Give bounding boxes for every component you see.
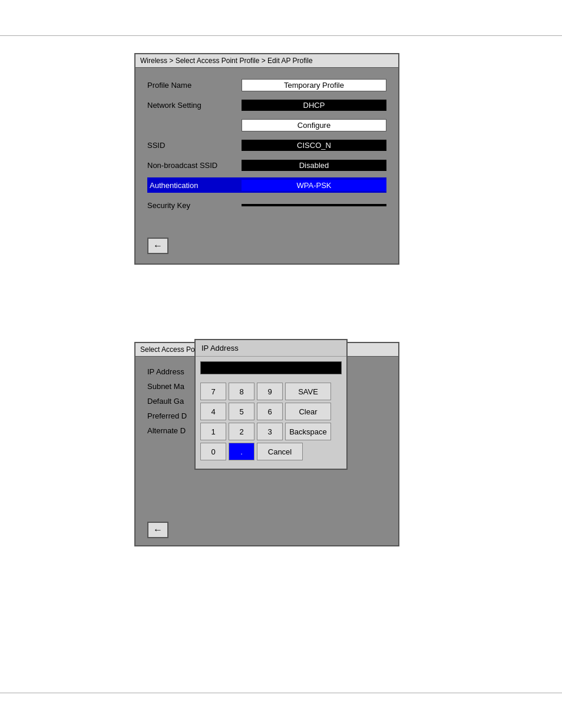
security-key-row: Security Key xyxy=(147,197,386,213)
key-0[interactable]: 0 xyxy=(200,443,226,460)
key-3[interactable]: 3 xyxy=(257,423,283,440)
profile-name-value[interactable]: Temporary Profile xyxy=(242,79,386,91)
clear-key[interactable]: Clear xyxy=(285,403,331,420)
authentication-value[interactable]: WPA-PSK xyxy=(242,180,386,191)
security-key-value[interactable] xyxy=(242,204,386,206)
key-dot[interactable]: . xyxy=(229,443,254,460)
key-4[interactable]: 4 xyxy=(200,403,226,420)
key-7[interactable]: 7 xyxy=(200,383,226,400)
keypad-row-3: 1 2 3 Backspace xyxy=(200,423,342,440)
configure-button[interactable]: Configure xyxy=(242,119,386,131)
ssid-label: SSID xyxy=(147,141,242,150)
key-8[interactable]: 8 xyxy=(229,383,254,400)
edit-ap-profile-panel: Wireless > Select Access Point Profile >… xyxy=(134,53,399,265)
profile-name-row: Profile Name Temporary Profile xyxy=(147,77,386,93)
profile-name-label: Profile Name xyxy=(147,81,242,90)
non-broadcast-ssid-label: Non-broadcast SSID xyxy=(147,161,242,170)
ssid-value[interactable]: CISCO_N xyxy=(242,140,386,151)
cancel-key[interactable]: Cancel xyxy=(257,443,303,460)
modal-ip-input[interactable] xyxy=(200,361,342,374)
panel-top-header: Wireless > Select Access Point Profile >… xyxy=(135,54,398,68)
modal-title: IP Address xyxy=(196,340,346,357)
configure-static-panel: Select Access Point Profile > Edit AP Pr… xyxy=(134,342,399,546)
save-key[interactable]: SAVE xyxy=(285,383,331,400)
key-2[interactable]: 2 xyxy=(229,423,254,440)
authentication-label: Authentication xyxy=(147,180,242,191)
key-9[interactable]: 9 xyxy=(257,383,283,400)
key-1[interactable]: 1 xyxy=(200,423,226,440)
keypad-row-2: 4 5 6 Clear xyxy=(200,403,342,420)
backspace-key[interactable]: Backspace xyxy=(285,423,331,440)
key-6[interactable]: 6 xyxy=(257,403,283,420)
keypad-row-1: 7 8 9 SAVE xyxy=(200,383,342,400)
authentication-row[interactable]: Authentication WPA-PSK xyxy=(147,177,386,193)
keypad: 7 8 9 SAVE 4 5 6 Clear 1 2 3 Backspa xyxy=(196,379,346,469)
key-5[interactable]: 5 xyxy=(229,403,254,420)
panel-top-body: Profile Name Temporary Profile Network S… xyxy=(135,68,398,263)
keypad-row-4: 0 . Cancel xyxy=(200,443,342,460)
network-setting-label: Network Setting xyxy=(147,101,242,110)
network-setting-row: Network Setting DHCP xyxy=(147,97,386,113)
ssid-row: SSID CISCO_N xyxy=(147,137,386,153)
panel-bottom-body: IP Address .0 Subnet Ma .0 Default Ga .0… xyxy=(135,357,398,545)
top-divider xyxy=(0,35,562,36)
panel-top-back-button[interactable]: ← xyxy=(147,238,168,254)
security-key-label: Security Key xyxy=(147,201,242,210)
ip-address-modal: IP Address 7 8 9 SAVE 4 5 6 Clear xyxy=(194,339,348,470)
non-broadcast-ssid-row: Non-broadcast SSID Disabled xyxy=(147,157,386,173)
non-broadcast-ssid-value[interactable]: Disabled xyxy=(242,160,386,171)
bottom-divider xyxy=(0,693,562,693)
panel-bottom-back-button[interactable]: ← xyxy=(147,522,168,538)
network-setting-dhcp[interactable]: DHCP xyxy=(242,100,386,111)
configure-row: Configure xyxy=(147,117,386,133)
